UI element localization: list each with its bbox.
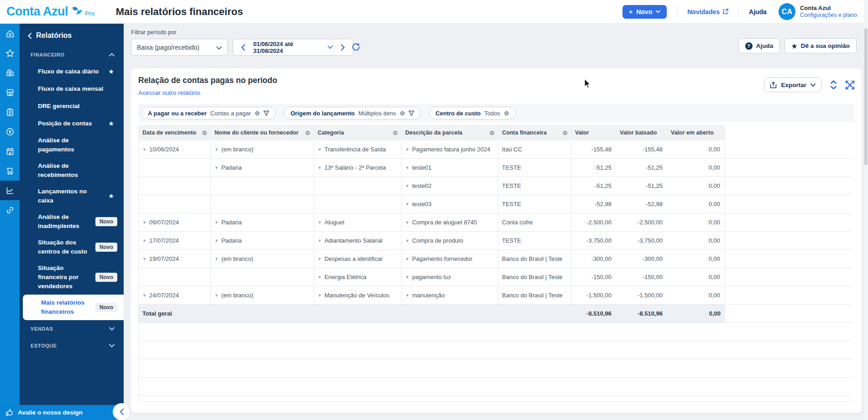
gear-icon[interactable]: ⚙ [255, 110, 260, 117]
cell-nome[interactable]: ▼Padaria [211, 232, 314, 250]
cell-nome[interactable]: ▼(em branco) [211, 286, 314, 305]
cell-descricao[interactable]: ▼Pagamento fornecedor [402, 250, 498, 268]
filter-chip-a-pagar-ou-a-receber[interactable]: A pagar ou a receberContas a pagar⚙ [141, 107, 276, 119]
gear-icon[interactable]: ⚙ [400, 110, 405, 117]
sidebar-item-an-lise-de-recebimentos[interactable]: Análise de recebimentos [20, 158, 124, 183]
gear-icon[interactable]: ⚙ [504, 110, 509, 117]
cell-categoria[interactable]: ▼Manutenção de Veículos [314, 286, 402, 305]
cell-descricao[interactable]: ▼Compra de produto [402, 232, 498, 250]
cell-categoria[interactable]: ▼Aluguel [314, 213, 402, 232]
collapse-triangle-icon[interactable]: ▼ [318, 220, 322, 225]
sidebar-item-fluxo-de-caixa-di-rio[interactable]: Fluxo de caixa diário★ [20, 63, 124, 80]
other-report-link[interactable]: Acessar outro relatório [138, 89, 200, 96]
next-period-button[interactable] [333, 39, 353, 55]
funnel-icon[interactable] [263, 110, 269, 116]
collapse-triangle-icon[interactable]: ▼ [142, 220, 146, 225]
collapse-triangle-icon[interactable]: ▼ [214, 147, 219, 152]
ajuda-topbar-link[interactable]: Ajuda [749, 8, 767, 16]
scrollbar-thumb[interactable] [864, 28, 868, 165]
column-header[interactable]: Nome do cliente ou fornecedor⚙ [211, 125, 314, 140]
sidebar-item-posi-o-de-contas[interactable]: Posição de contas★ [20, 115, 124, 132]
expand-rows-button[interactable] [830, 80, 837, 89]
cell-descricao[interactable]: ▼teste03 [402, 195, 498, 213]
rail-storefront-icon[interactable] [0, 83, 20, 102]
rail-home-icon[interactable] [0, 24, 20, 43]
gear-icon[interactable]: ⚙ [562, 130, 568, 136]
gear-icon[interactable]: ⚙ [489, 130, 495, 136]
sidebar-item-dre-gerencial[interactable]: DRE gerencial [20, 98, 124, 115]
filter-chip-centro-de-custo[interactable]: Centro de custoTodos⚙ [429, 107, 515, 119]
column-header[interactable]: Descrição da parcela⚙ [402, 125, 498, 140]
cell-data[interactable]: ▼24/07/2024 [139, 286, 211, 305]
collapse-triangle-icon[interactable]: ▼ [318, 257, 322, 261]
sidebar-item-lan-amentos-no-caixa[interactable]: Lançamentos no caixa★ [20, 183, 124, 209]
collapse-triangle-icon[interactable]: ▼ [405, 220, 409, 225]
rail-chart-line-icon[interactable] [0, 181, 20, 200]
sidebar-item-an-lise-de-pagamentos[interactable]: Análise de pagamentos [20, 132, 124, 158]
collapse-triangle-icon[interactable]: ▼ [318, 293, 322, 298]
cell-data[interactable]: ▼09/07/2024 [139, 213, 211, 232]
account-settings-link[interactable]: Configurações e plano [800, 12, 857, 19]
gear-icon[interactable]: ⚙ [305, 130, 310, 136]
gear-icon[interactable]: ⚙ [202, 130, 207, 136]
collapse-triangle-icon[interactable]: ▼ [214, 257, 219, 261]
collapse-triangle-icon[interactable]: ▼ [142, 293, 146, 298]
collapse-triangle-icon[interactable]: ▼ [214, 220, 219, 225]
sidebar-item-fluxo-de-caixa-mensal[interactable]: Fluxo de caixa mensal [20, 80, 124, 98]
collapse-triangle-icon[interactable]: ▼ [318, 275, 322, 280]
column-header[interactable]: Categoria⚙ [314, 125, 402, 140]
collapse-triangle-icon[interactable]: ▼ [142, 257, 146, 261]
rail-cart-icon[interactable] [0, 161, 20, 181]
cell-nome[interactable]: ▼Padaria [211, 159, 314, 177]
collapse-triangle-icon[interactable]: ▼ [405, 184, 409, 188]
conta-azul-logo[interactable]: Conta Azul Pro [6, 5, 95, 19]
collapse-triangle-icon[interactable]: ▼ [405, 275, 409, 280]
collapse-triangle-icon[interactable]: ▼ [405, 166, 409, 170]
feedback-button[interactable]: ★ Dê a sua opinião [784, 38, 857, 53]
collapse-triangle-icon[interactable]: ▼ [318, 166, 322, 170]
back-to-relatorios[interactable]: Relatórios [20, 24, 124, 40]
novidades-link[interactable]: Novidades [687, 8, 728, 16]
gear-icon[interactable]: ⚙ [392, 130, 398, 136]
cell-categoria[interactable]: ▼Energia Elétrica [314, 268, 402, 286]
cell-categoria[interactable]: ▼Adiantamento Salarial [314, 232, 402, 250]
cell-nome[interactable]: ▼(em branco) [211, 140, 314, 159]
column-header[interactable]: Conta financeira⚙ [498, 125, 571, 140]
rail-coin-icon[interactable]: $ [0, 122, 20, 141]
collapse-sidebar-button[interactable] [113, 403, 130, 420]
sidebar-item-situa-o-financeira-por-vendedores[interactable]: Situação financeira por vendedoresNovo [20, 260, 124, 295]
collapse-triangle-icon[interactable]: ▼ [214, 239, 219, 243]
export-button[interactable]: Exportar [764, 78, 821, 92]
account-info[interactable]: Conta Azul Configurações e plano [800, 5, 857, 19]
cell-data[interactable]: ▼10/06/2024 [139, 140, 211, 159]
collapse-triangle-icon[interactable]: ▼ [214, 293, 219, 298]
sidebar-item-an-lise-de-inadimplentes[interactable]: Análise de inadimplentesNovo [20, 209, 124, 234]
sidebar-item-mais-relat-rios-financeiros[interactable]: Mais relatórios financeirosNovo [23, 295, 124, 320]
avatar[interactable]: CA [779, 3, 795, 20]
column-header[interactable]: Data de vencimento⚙ [139, 125, 211, 140]
cell-nome[interactable]: ▼Padaria [211, 213, 314, 232]
collapse-triangle-icon[interactable]: ▼ [405, 147, 409, 152]
section-estoque[interactable]: ESTOQUE [20, 337, 124, 354]
cell-descricao[interactable]: ▼pagamento luz [402, 268, 498, 286]
cell-descricao[interactable]: ▼Compra de aluguel 8745 [402, 213, 498, 232]
design-feedback-bar[interactable]: Avalie o nosso design [0, 405, 124, 420]
column-header[interactable]: Valor baixado [616, 125, 667, 140]
cell-data[interactable]: ▼17/07/2024 [139, 232, 211, 250]
collapse-triangle-icon[interactable]: ▼ [318, 239, 322, 243]
column-header[interactable]: Valor em aberto [667, 125, 725, 140]
cell-categoria[interactable]: ▼13º Salário - 2ª Parcela [314, 159, 402, 177]
section-financeiro[interactable]: FINANCEIRO [20, 46, 124, 63]
cell-descricao[interactable]: ▼teste02 [402, 177, 498, 195]
sidebar-item-situa-o-dos-centros-de-custo[interactable]: Situação dos centros de custoNovo [20, 234, 124, 260]
column-header[interactable]: Valor [571, 125, 616, 140]
filter-chip-origem-do-lan-amento[interactable]: Origem do lançamentoMúltiplos itens⚙ [284, 107, 421, 119]
section-vendas[interactable]: VENDAS [20, 320, 124, 337]
vertical-scrollbar[interactable] [864, 0, 868, 420]
ajuda-button[interactable]: ? Ajuda [738, 38, 780, 53]
collapse-triangle-icon[interactable]: ▼ [318, 147, 322, 152]
collapse-triangle-icon[interactable]: ▼ [405, 257, 409, 261]
collapse-triangle-icon[interactable]: ▼ [405, 239, 409, 243]
cell-categoria[interactable]: ▼Transferência de Saída [314, 140, 402, 159]
cell-nome[interactable]: ▼(em branco) [211, 250, 314, 268]
